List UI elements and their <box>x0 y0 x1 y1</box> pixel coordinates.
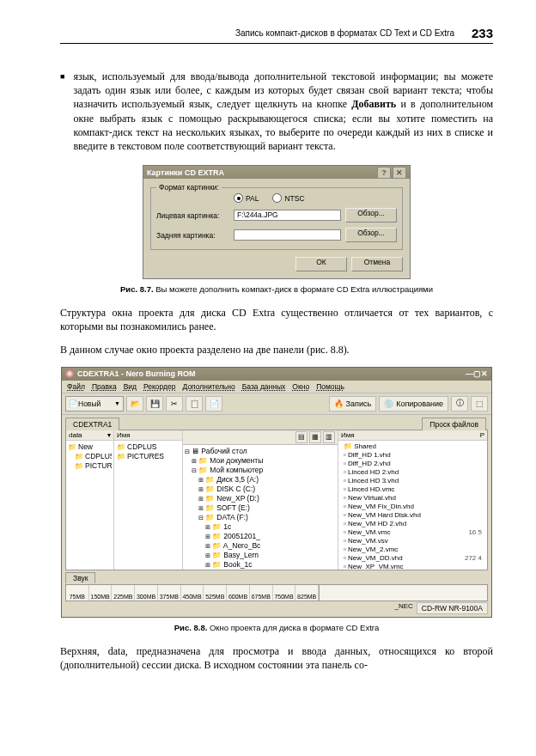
list-item[interactable]: ▫ New_VM HD 2.vhd <box>341 520 484 528</box>
list-item[interactable]: ▫ New_VM.vsv <box>341 537 484 546</box>
list-item[interactable]: ▫ New_VM.vmc16 5 <box>341 528 484 537</box>
page-number: 233 <box>472 26 493 40</box>
size-column[interactable]: Р <box>480 431 484 439</box>
ok-button[interactable]: ОК <box>295 257 347 271</box>
ntsc-radio[interactable]: NTSC <box>272 193 304 203</box>
minimize-icon[interactable]: — <box>466 369 473 378</box>
cancel-button[interactable]: Отмена <box>351 257 403 271</box>
menu-item[interactable]: Вид <box>124 382 137 391</box>
ruler-tick: 450MB <box>181 585 204 601</box>
project-tab[interactable]: CDEXTRA1 <box>65 418 119 430</box>
tree-item[interactable]: 📁 DISK C (C:) <box>185 485 336 494</box>
name-column[interactable]: Имя <box>341 431 480 439</box>
list-item[interactable]: ▫ Diff_HD 2.vhd <box>341 460 484 468</box>
tree-item[interactable]: 📁 SOFT (E:) <box>185 503 336 513</box>
nero-titlebar[interactable]: CDEXTRA1 - Nero Burning ROM — ▢ ✕ <box>62 368 491 381</box>
app-icon <box>65 369 74 378</box>
paste-icon[interactable]: 📄 <box>205 396 222 412</box>
dialog-title: Картинки CD EXTRA <box>147 168 224 177</box>
window-title: CDEXTRA1 - Nero Burning ROM <box>77 369 196 378</box>
audio-tab[interactable]: Звук <box>65 572 95 583</box>
disc-info-icon[interactable]: ⓘ <box>451 396 468 412</box>
cut-icon[interactable]: ✂ <box>166 396 183 412</box>
dialog-titlebar[interactable]: Картинки CD EXTRA ? ✕ <box>143 166 410 179</box>
list-item[interactable]: ▫ Linced HD 2.vhd <box>341 468 484 477</box>
tree-item[interactable]: 📁 Basy_Lern <box>185 551 336 560</box>
browse-back-button[interactable]: Обзор... <box>345 228 397 242</box>
tree-item[interactable]: 🖥 Рабочий стол <box>185 447 336 456</box>
tree-item[interactable]: CDPLUS <box>68 452 112 461</box>
file-browser-header: ▤ ▦ ▥ <box>183 430 338 445</box>
list-item[interactable]: 📁 Shared <box>341 442 484 451</box>
menu-item[interactable]: База данных <box>242 382 286 391</box>
ruler-tick: 675MB <box>250 585 273 601</box>
list-item[interactable]: ▫ New_VM Fix_Din.vhd <box>341 503 484 511</box>
file-list-pane: Имя Р 📁 Shared▫ Diff_HD 1.vhd▫ Diff_HD 2… <box>338 430 487 570</box>
tree-item[interactable]: 📁 Диск 3,5 (A:) <box>185 475 336 485</box>
cd-extra-pictures-dialog: Картинки CD EXTRA ? ✕ Формат картинки: P… <box>143 165 411 279</box>
maximize-icon[interactable]: ▢ <box>473 369 481 378</box>
list-item[interactable]: ▫ New_VM_2.vmc <box>341 546 484 554</box>
list-item[interactable]: PICTURES <box>117 452 180 461</box>
menu-item[interactable]: Рекордер <box>143 382 176 391</box>
list-item[interactable]: ▫ Linced HD.vmc <box>341 485 484 494</box>
ruler-tick: 825MB <box>295 585 319 601</box>
nero-window: CDEXTRA1 - Nero Burning ROM — ▢ ✕ ФайлПр… <box>61 367 492 618</box>
tree-item[interactable]: 📁 Book_1c <box>185 560 336 569</box>
front-picture-input[interactable]: F:\244a.JPG <box>234 210 341 221</box>
tree-item[interactable]: 📁 Мой компьютер <box>185 466 336 475</box>
tree-item[interactable]: 📁 A_Nero_Bc <box>185 541 336 551</box>
tree-item[interactable]: 📁 20051201_ <box>185 532 336 541</box>
ruler-tick: 525MB <box>204 585 227 601</box>
recorder-device[interactable]: CD-RW NR-9100A <box>417 602 488 614</box>
list-item[interactable]: ▫ New_VM Hard Disk.vhd <box>341 511 484 520</box>
pal-radio[interactable]: PAL <box>234 193 259 203</box>
copy-disc-button[interactable]: 💿Копирование <box>379 396 448 412</box>
tree-item[interactable]: 📁 DATA (F:) <box>185 513 336 522</box>
tree-item[interactable]: 📁 1c <box>185 522 336 532</box>
paragraph-3: Верхняя, data, предназначена для просмот… <box>60 644 493 672</box>
browse-front-button[interactable]: Обзор... <box>345 208 397 223</box>
list-item[interactable]: ▫ New_VM_DD.vhd272 4 <box>341 554 484 563</box>
tool-icon[interactable]: ⬚ <box>471 396 488 412</box>
ruler-tick: 150MB <box>89 585 113 601</box>
tree-btn-icon[interactable]: ▤ <box>295 431 308 443</box>
statusbar: _NEC CD-RW NR-9100A <box>65 602 488 614</box>
list-item[interactable]: CDPLUS <box>117 442 180 452</box>
front-picture-label: Лицевая картинка: <box>156 211 234 220</box>
tree-item[interactable]: 📁 Мои документы <box>185 456 336 466</box>
close-icon[interactable]: ✕ <box>481 369 488 378</box>
data-tab-header[interactable]: data▾ <box>66 430 113 441</box>
tree-item[interactable]: 📁 New_XP (D:) <box>185 494 336 503</box>
tree-item[interactable]: PICTURES <box>68 461 112 471</box>
main-area: data▾ NewCDPLUSPICTURES Имя CDPLUSPICTUR… <box>65 430 488 570</box>
files-panel-tab[interactable]: Проск файлов <box>422 418 486 430</box>
burn-button[interactable]: 🔥Запись <box>329 396 377 412</box>
open-icon[interactable]: 📂 <box>126 396 143 412</box>
ruler-tick: 600MB <box>227 585 250 601</box>
running-head: Запись компакт-дисков в форматах CD Text… <box>60 26 493 44</box>
figure-caption-87: Рис. 8.7. Вы можете дополнить компакт-ди… <box>60 284 493 294</box>
list-item[interactable]: ▫ Linced HD 3.vhd <box>341 477 484 485</box>
menu-item[interactable]: Окно <box>292 382 309 391</box>
menu-item[interactable]: Правка <box>92 382 117 391</box>
save-icon[interactable]: 💾 <box>146 396 163 412</box>
close-icon[interactable]: ✕ <box>393 167 406 179</box>
menu-item[interactable]: Файл <box>67 382 85 391</box>
back-picture-input[interactable] <box>234 229 341 241</box>
tree-item[interactable]: New <box>68 442 112 452</box>
project-pane: data▾ NewCDPLUSPICTURES Имя CDPLUSPICTUR… <box>66 430 183 570</box>
menu-item[interactable]: Дополнительно <box>183 382 235 391</box>
format-legend: Формат картинки: <box>156 183 222 192</box>
new-project-dropdown[interactable]: 📄Новый▼ <box>65 396 124 412</box>
copy-icon[interactable]: 📋 <box>186 396 203 412</box>
list-item[interactable]: ▫ Diff_HD 1.vhd <box>341 451 484 460</box>
help-icon[interactable]: ? <box>377 167 391 179</box>
tree-btn-icon[interactable]: ▦ <box>309 431 321 443</box>
name-column-header[interactable]: Имя <box>114 430 182 441</box>
menu-item[interactable]: Помощь <box>316 382 344 391</box>
list-item[interactable]: ▫ New Virtual.vhd <box>341 494 484 503</box>
list-item[interactable]: ▫ New_XP_VM.vmc <box>341 563 484 570</box>
tree-btn-icon[interactable]: ▥ <box>323 431 335 443</box>
bullet-text: язык, используемый для ввода/вывода допо… <box>73 70 493 153</box>
